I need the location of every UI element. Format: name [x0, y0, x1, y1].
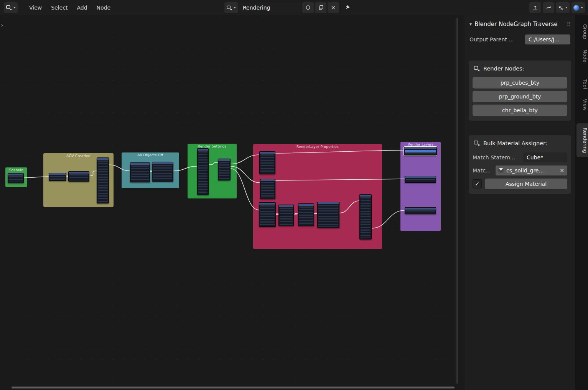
n-panel: ▾ Blender NodeGraph Traverse ⠿ Output Pa…	[465, 15, 575, 390]
graph-node[interactable]	[298, 203, 314, 226]
match-statement-value: Cube*	[527, 154, 543, 161]
graph-node[interactable]	[218, 159, 231, 180]
graph-node[interactable]	[130, 162, 150, 182]
editor-type-button[interactable]	[4, 2, 18, 13]
chevron-down-icon	[565, 7, 568, 8]
frame-label: Render Settings	[188, 144, 237, 148]
graph-node[interactable]	[405, 207, 436, 214]
assign-material-checkbox[interactable]: ✓	[473, 179, 482, 188]
bulk-material-panel: Bulk Material Assigner: Match Statem... …	[469, 135, 571, 194]
chevron-down-icon	[581, 7, 583, 8]
match-statement-row: Match Statem... Cube*	[473, 152, 567, 162]
copy-icon	[318, 5, 323, 10]
menu-node[interactable]: Node	[92, 5, 115, 11]
shield-icon	[305, 5, 311, 10]
menu-select[interactable]: Select	[46, 5, 72, 11]
graph-node[interactable]	[404, 147, 437, 156]
curved-arrow-icon	[546, 5, 552, 11]
vertical-scrollbar[interactable]	[456, 18, 458, 384]
node-tree-name: Rendering	[243, 5, 270, 11]
shading-button[interactable]	[572, 2, 585, 13]
auto-offset-button[interactable]	[543, 2, 554, 13]
output-parent-label: Output Parent ...	[469, 36, 522, 43]
assign-material-row: ✓ Assign Material	[473, 179, 567, 189]
graph-node[interactable]	[317, 202, 339, 228]
frame-label: All Objects Off	[122, 152, 179, 157]
graph-node[interactable]	[49, 173, 66, 181]
snapping-button[interactable]	[556, 2, 570, 13]
parent-tree-button[interactable]	[529, 2, 541, 13]
material-preview-sphere-icon	[573, 5, 579, 11]
graph-node[interactable]	[278, 205, 294, 226]
material-sphere-icon	[498, 168, 504, 173]
render-node-button-2[interactable]: chr_bella_bty	[473, 105, 567, 116]
node-tree-icon	[473, 140, 480, 146]
node-tree-name-field[interactable]: Rendering	[239, 2, 301, 13]
graph-node[interactable]	[260, 179, 275, 199]
output-parent-field[interactable]: C:/Users/J...	[525, 34, 570, 44]
node-editor-icon	[6, 5, 12, 11]
snap-icon	[558, 5, 564, 11]
assign-material-button[interactable]: Assign Material	[485, 179, 567, 189]
frame-label: SceneIn	[5, 167, 27, 172]
graph-node[interactable]	[259, 151, 275, 174]
node-tree-selector[interactable]	[224, 2, 238, 13]
horizontal-scrollbar[interactable]	[12, 387, 455, 388]
panel-title: Blender NodeGraph Traverse	[474, 21, 564, 28]
render-nodes-title: Render Nodes:	[483, 66, 524, 72]
match-statement-field[interactable]: Cube*	[523, 152, 567, 162]
fake-user-button[interactable]	[302, 2, 314, 13]
up-arrow-icon	[532, 5, 538, 11]
match-material-label: Matc...	[473, 167, 492, 174]
pin-icon	[345, 4, 351, 10]
frame-label: RenderLayer Properties	[253, 144, 382, 149]
panel-grip-icon[interactable]: ⠿	[567, 21, 570, 27]
graph-node[interactable]	[259, 202, 276, 227]
new-copy-button[interactable]	[315, 2, 326, 13]
editor-header: View Select Add Node Rendering	[0, 0, 588, 15]
sidebar-tab-rendering[interactable]: Rendering	[576, 123, 588, 157]
node-tree-icon	[226, 5, 232, 11]
check-icon: ✓	[475, 181, 479, 187]
graph-node[interactable]	[97, 157, 109, 203]
sidebar-tab-view[interactable]: View	[576, 95, 588, 115]
graph-node[interactable]	[8, 173, 24, 183]
graph-node[interactable]	[152, 162, 173, 182]
graph-node[interactable]	[359, 194, 372, 239]
graph-node[interactable]	[68, 171, 89, 182]
frame-label: Render Layers	[400, 142, 441, 146]
chevron-down-icon: ▾	[469, 21, 472, 27]
chevron-down-icon	[234, 7, 236, 8]
graph-node[interactable]	[405, 176, 436, 183]
pin-button[interactable]	[345, 4, 351, 11]
render-nodes-panel: Render Nodes: prp_cubes_bty prp_ground_b…	[469, 61, 571, 121]
sidebar-tab-group[interactable]: Group	[576, 20, 588, 44]
unlink-tree-button[interactable]: ×	[328, 2, 339, 13]
output-parent-value: C:/Users/J...	[529, 36, 560, 43]
render-node-button-0[interactable]: prp_cubes_bty	[473, 77, 567, 88]
menu-add[interactable]: Add	[72, 5, 92, 11]
match-material-field[interactable]: cs_solid_gre... ×	[496, 166, 567, 175]
unlink-material-icon[interactable]: ×	[560, 167, 565, 174]
sidebar-tab-tool[interactable]: Tool	[576, 75, 588, 93]
match-statement-label: Match Statem...	[473, 154, 520, 161]
graph-node[interactable]	[197, 148, 209, 195]
chevron-down-icon	[13, 7, 16, 8]
sidebar-tab-strip: GroupNodeToolViewRendering	[575, 15, 588, 390]
panel-header[interactable]: ▾ Blender NodeGraph Traverse ⠿	[469, 20, 571, 28]
render-node-button-1[interactable]: prp_ground_bty	[473, 91, 567, 102]
close-icon: ×	[331, 5, 336, 11]
region-expand-arrow[interactable]: ›	[1, 21, 3, 29]
sidebar-tab-node[interactable]: Node	[576, 45, 588, 67]
match-material-row: Matc... cs_solid_gre... ×	[473, 166, 567, 175]
output-parent-row: Output Parent ... C:/Users/J...	[469, 34, 571, 44]
menu-bar: View Select Add Node	[25, 5, 115, 11]
node-tree-icon	[473, 65, 480, 72]
bulk-material-title: Bulk Material Assigner:	[483, 140, 547, 146]
match-material-value: cs_solid_gre...	[506, 167, 557, 174]
menu-view[interactable]: View	[25, 5, 46, 11]
